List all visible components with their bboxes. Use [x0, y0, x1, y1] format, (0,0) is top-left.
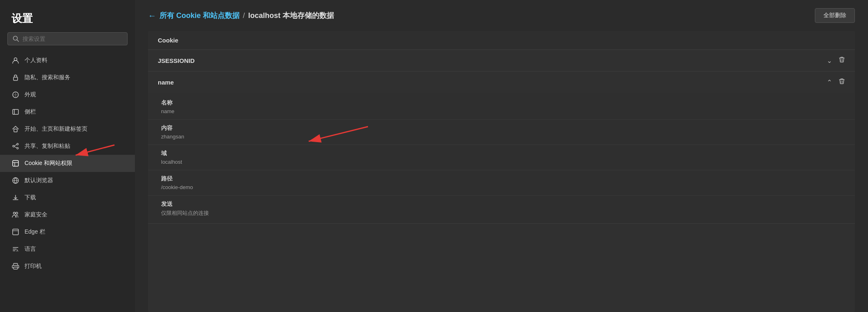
svg-line-11 — [14, 145, 17, 146]
svg-point-17 — [13, 212, 16, 214]
svg-point-10 — [17, 147, 18, 149]
breadcrumb: ← 所有 Cookie 和站点数据 / localhost 本地存储的数据 — [148, 11, 334, 20]
detail-value-name: name — [161, 108, 842, 114]
sidebar-item-label: 隐私、搜索和服务 — [25, 74, 70, 81]
sidebar-item-label: 开始、主页和新建标签页 — [25, 125, 87, 133]
back-button[interactable]: ← — [148, 11, 156, 20]
svg-point-8 — [17, 143, 18, 145]
detail-value-domain: localhost — [161, 159, 842, 165]
sidebar-item-download[interactable]: 下载 — [0, 189, 135, 206]
download-icon — [11, 194, 20, 202]
detail-value-content: zhangsan — [161, 134, 842, 140]
svg-rect-22 — [13, 263, 18, 265]
search-icon — [13, 36, 19, 42]
detail-row-send: 发送 仅限相同站点的连接 — [148, 196, 855, 222]
family-icon — [11, 211, 20, 219]
sidebar-icon — [11, 108, 20, 116]
cookie-icon — [11, 159, 20, 167]
cookie-name-detail: 名称 name 内容 zhangsan 域 localhost 路径 /cook… — [148, 93, 855, 223]
cookie-name-name: name — [158, 79, 174, 86]
sidebar-item-label: 个人资料 — [25, 57, 47, 64]
detail-label-path: 路径 — [161, 175, 842, 183]
detail-value-send: 仅限相同站点的连接 — [161, 209, 842, 217]
sidebar-item-label: Cookie 和网站权限 — [25, 160, 72, 167]
cookie-name-jsessionid: JSESSIONID — [158, 57, 195, 64]
language-icon: A — [11, 245, 20, 253]
svg-rect-5 — [13, 109, 18, 114]
svg-rect-7 — [14, 129, 17, 132]
sidebar-item-printer[interactable]: 打印机 — [0, 258, 135, 275]
main-header: ← 所有 Cookie 和站点数据 / localhost 本地存储的数据 全部… — [135, 0, 868, 31]
sidebar-item-browser[interactable]: 默认浏览器 — [0, 172, 135, 189]
detail-row-name: 名称 name — [148, 94, 855, 120]
cookie-section-header: Cookie — [148, 31, 855, 50]
sidebar-item-label: 下载 — [25, 194, 36, 201]
detail-label-content: 内容 — [161, 125, 842, 132]
sidebar-item-label: 共享、复制和粘贴 — [25, 143, 70, 150]
detail-row-domain: 域 localhost — [148, 145, 855, 170]
cookie-item-name-header[interactable]: name ⌃ — [148, 71, 855, 93]
sidebar-item-startup[interactable]: 开始、主页和新建标签页 — [0, 120, 135, 138]
chevron-down-icon[interactable]: ⌄ — [827, 57, 832, 65]
sidebar-item-appearance[interactable]: 外观 — [0, 86, 135, 103]
sidebar-item-privacy[interactable]: 隐私、搜索和服务 — [0, 69, 135, 86]
cookie-jsessionid-controls: ⌄ — [827, 56, 845, 65]
detail-label-name: 名称 — [161, 99, 842, 107]
sidebar-item-label: 打印机 — [25, 263, 42, 270]
detail-label-domain: 域 — [161, 150, 842, 157]
sidebar-item-sidebar[interactable]: 侧栏 — [0, 103, 135, 120]
printer-icon — [11, 262, 20, 270]
sidebar-nav: 个人资料 隐私、搜索和服务 外观 — [0, 52, 135, 312]
appearance-icon — [11, 91, 20, 99]
detail-row-content: 内容 zhangsan — [148, 120, 855, 145]
sidebar-item-label: 外观 — [25, 91, 36, 98]
svg-rect-3 — [13, 77, 18, 80]
sidebar-item-cookie[interactable]: Cookie 和网站权限 — [0, 155, 135, 172]
share-icon — [11, 142, 20, 150]
svg-line-1 — [17, 40, 19, 42]
cookie-item-jsessionid: JSESSIONID ⌄ — [148, 50, 855, 71]
main-content: ← 所有 Cookie 和站点数据 / localhost 本地存储的数据 全部… — [135, 0, 868, 312]
search-box[interactable] — [7, 32, 128, 45]
svg-rect-19 — [13, 229, 18, 235]
svg-rect-13 — [13, 160, 18, 166]
home-icon — [11, 125, 20, 133]
delete-all-button[interactable]: 全部删除 — [815, 8, 855, 23]
sidebar-title: 设置 — [0, 0, 135, 32]
chevron-up-icon[interactable]: ⌃ — [827, 78, 832, 86]
sidebar-item-label: Edge 栏 — [25, 228, 45, 236]
edge-icon — [11, 228, 20, 236]
cookie-item-name: name ⌃ 名称 name 内容 — [148, 71, 855, 224]
sidebar-item-family[interactable]: 家庭安全 — [0, 206, 135, 223]
breadcrumb-part1: 所有 Cookie 和站点数据 — [159, 11, 240, 20]
delete-name-icon[interactable] — [839, 78, 845, 86]
svg-rect-23 — [13, 267, 18, 269]
cookie-section: Cookie JSESSIONID ⌄ name ⌃ — [148, 31, 855, 312]
sidebar-item-language[interactable]: A 语言 — [0, 241, 135, 258]
svg-point-24 — [17, 266, 18, 267]
sidebar-item-profile[interactable]: 个人资料 — [0, 52, 135, 69]
detail-value-path: /cookie-demo — [161, 184, 842, 190]
svg-line-12 — [14, 147, 17, 148]
svg-point-18 — [16, 212, 18, 214]
svg-text:A: A — [16, 249, 18, 252]
breadcrumb-part2: localhost 本地存储的数据 — [248, 11, 334, 20]
detail-row-path: 路径 /cookie-demo — [148, 170, 855, 196]
sidebar-item-label: 家庭安全 — [25, 211, 47, 218]
sidebar-item-share[interactable]: 共享、复制和粘贴 — [0, 138, 135, 155]
svg-point-9 — [13, 145, 14, 147]
sidebar-item-edge[interactable]: Edge 栏 — [0, 223, 135, 241]
browser-icon — [11, 176, 20, 185]
lock-icon — [11, 74, 20, 82]
sidebar-item-label: 默认浏览器 — [25, 177, 53, 184]
sidebar-item-label: 侧栏 — [25, 108, 36, 116]
detail-label-send: 发送 — [161, 201, 842, 208]
sidebar: 设置 个人资料 隐私、搜索 — [0, 0, 135, 312]
delete-jsessionid-icon[interactable] — [839, 56, 845, 65]
cookie-name-controls: ⌃ — [827, 78, 845, 86]
sidebar-item-label: 语言 — [25, 245, 36, 253]
breadcrumb-separator: / — [243, 11, 245, 20]
search-input[interactable] — [22, 36, 122, 42]
cookie-item-jsessionid-header[interactable]: JSESSIONID ⌄ — [148, 50, 855, 71]
person-icon — [11, 56, 20, 65]
